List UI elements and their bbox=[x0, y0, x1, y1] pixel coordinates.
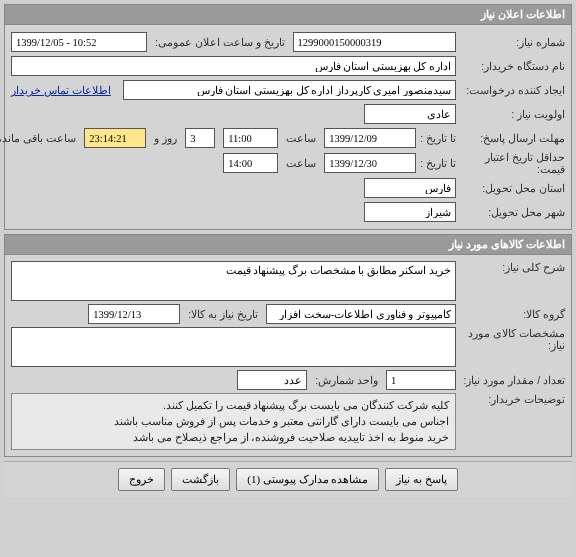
province-field[interactable] bbox=[364, 178, 456, 198]
goods-info-panel: اطلاعات کالاهای مورد نیاز شرح کلی نیاز: … bbox=[4, 234, 572, 457]
need-info-panel: اطلاعات اعلان نیاز شماره نیاز: تاریخ و س… bbox=[4, 4, 572, 230]
group-label: گروه کالا: bbox=[460, 308, 565, 320]
unit-label: واحد شمارش: bbox=[311, 374, 382, 386]
creator-label: ایجاد کننده درخواست: bbox=[460, 84, 565, 96]
niaz-no-field[interactable] bbox=[293, 32, 456, 52]
notes-label: توضیحات خریدار: bbox=[460, 393, 565, 405]
priority-label: اولویت نیاز : bbox=[460, 108, 565, 120]
desc-field[interactable] bbox=[11, 261, 456, 301]
req-by-field[interactable] bbox=[88, 304, 180, 324]
rooz-va-label: روز و bbox=[150, 132, 181, 144]
niaz-no-label: شماره نیاز: bbox=[460, 36, 565, 48]
deadline-date-field[interactable] bbox=[324, 128, 416, 148]
qty-field[interactable] bbox=[386, 370, 456, 390]
view-attachments-button[interactable]: مشاهده مدارک پیوستی (1) bbox=[236, 468, 379, 491]
remaining-suffix-label: ساعت باقی مانده bbox=[0, 132, 80, 144]
exit-button[interactable]: خروج bbox=[118, 468, 165, 491]
ta-tarikh-label: تا تاریخ : bbox=[420, 132, 456, 144]
action-bar: پاسخ به نیاز مشاهده مدارک پیوستی (1) باز… bbox=[4, 461, 572, 497]
city-field[interactable] bbox=[364, 202, 456, 222]
deadline-time-field[interactable] bbox=[223, 128, 278, 148]
saat-label-2: ساعت bbox=[282, 157, 320, 169]
ta-tarikh-label-2: تا تاریخ : bbox=[420, 157, 456, 169]
saat-label-1: ساعت bbox=[282, 132, 320, 144]
min-validity-date-field[interactable] bbox=[324, 153, 416, 173]
qty-label: تعداد / مقدار مورد نیاز: bbox=[460, 374, 565, 386]
priority-field[interactable] bbox=[364, 104, 456, 124]
deadline-label: مهلت ارسال پاسخ: bbox=[460, 132, 565, 144]
buyer-device-field[interactable] bbox=[11, 56, 456, 76]
goods-info-header: اطلاعات کالاهای مورد نیاز bbox=[5, 235, 571, 255]
min-validity-time-field[interactable] bbox=[223, 153, 278, 173]
specs-field[interactable] bbox=[11, 327, 456, 367]
city-label: شهر محل تحویل: bbox=[460, 206, 565, 218]
province-label: استان محل تحویل: bbox=[460, 182, 565, 194]
desc-label: شرح کلی نیاز: bbox=[460, 261, 565, 273]
public-announce-label: تاریخ و ساعت اعلان عمومی: bbox=[151, 36, 289, 48]
unit-field[interactable] bbox=[237, 370, 307, 390]
buyer-device-label: نام دستگاه خریدار: bbox=[460, 60, 565, 72]
specs-label: مشخصات کالای مورد نیاز: bbox=[460, 327, 565, 351]
creator-field[interactable] bbox=[123, 80, 456, 100]
buyer-notes: کلیه شرکت کنندگان می بایست برگ پیشنهاد ق… bbox=[11, 393, 456, 450]
back-button[interactable]: بازگشت bbox=[171, 468, 230, 491]
public-announce-field[interactable] bbox=[11, 32, 147, 52]
req-by-label: تاریخ نیاز به کالا: bbox=[184, 308, 262, 320]
min-validity-label: حداقل تاریخ اعتبار قیمت: bbox=[460, 151, 565, 175]
buyer-contact-link[interactable]: اطلاعات تماس خریدار bbox=[11, 84, 111, 96]
days-remaining-field bbox=[185, 128, 215, 148]
group-field[interactable] bbox=[266, 304, 456, 324]
time-remaining-field bbox=[84, 128, 146, 148]
respond-button[interactable]: پاسخ به نیاز bbox=[385, 468, 458, 491]
need-info-header: اطلاعات اعلان نیاز bbox=[5, 5, 571, 25]
